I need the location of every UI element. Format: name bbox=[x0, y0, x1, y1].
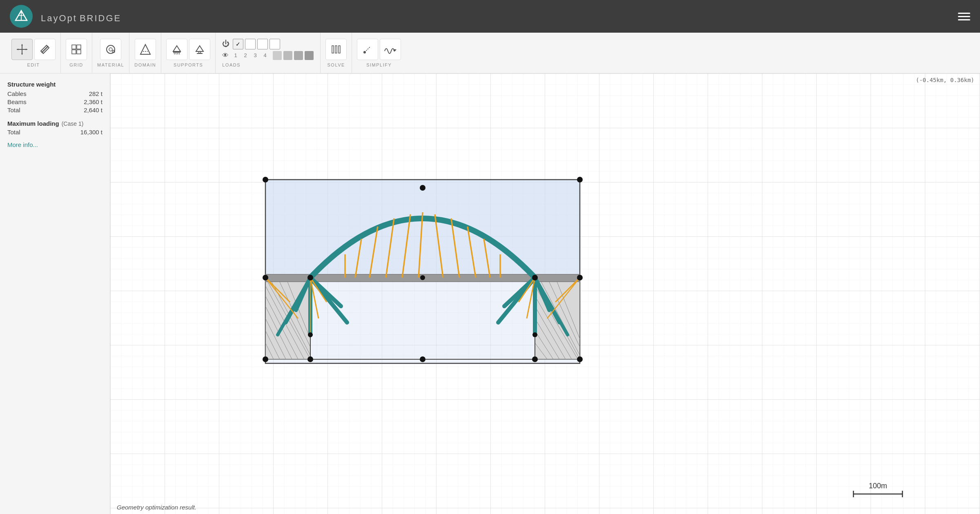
loads-label: LOADS bbox=[222, 62, 314, 67]
simplify-label: SIMPLIFY bbox=[366, 62, 392, 67]
svg-marker-7 bbox=[21, 53, 23, 55]
tool-group-domain: DOMAIN bbox=[129, 33, 161, 73]
svg-point-103 bbox=[420, 356, 425, 362]
grid-tool-btn[interactable] bbox=[66, 39, 87, 60]
svg-point-26 bbox=[199, 51, 201, 53]
loads-power-icon: ⏻ bbox=[222, 40, 229, 48]
beams-row: Beams 2,360 t bbox=[7, 98, 102, 105]
logo-icon bbox=[10, 5, 33, 28]
cables-label: Cables bbox=[7, 90, 27, 97]
edit-label: EDIT bbox=[27, 62, 40, 67]
hamburger-menu[interactable] bbox=[958, 13, 970, 20]
svg-point-107 bbox=[532, 332, 537, 337]
svg-point-97 bbox=[263, 275, 268, 280]
svg-point-99 bbox=[307, 275, 313, 280]
bridge-svg: 100m bbox=[110, 73, 980, 514]
svg-point-14 bbox=[107, 45, 115, 53]
svg-point-109 bbox=[420, 275, 425, 280]
svg-point-33 bbox=[394, 49, 396, 51]
status-bar: Geometry optimization result. bbox=[117, 504, 196, 511]
svg-point-104 bbox=[532, 356, 538, 362]
total-weight-value: 2,640 t bbox=[84, 107, 102, 113]
load-checkbox-3[interactable] bbox=[257, 39, 268, 49]
coords-display: (-0.45km, 0.36km) bbox=[916, 77, 974, 83]
load-swatch-1 bbox=[283, 51, 292, 60]
tool-group-loads: ⏻ ✓ 👁 1 2 3 4 LOADS bbox=[216, 33, 321, 73]
supports-label: SUPPORTS bbox=[174, 62, 203, 67]
svg-marker-8 bbox=[17, 49, 18, 50]
max-loading-title: Maximum loading bbox=[7, 120, 59, 127]
tool-group-simplify: SIMPLIFY bbox=[352, 33, 406, 73]
tool-group-material: MATERIAL bbox=[92, 33, 129, 73]
simplify-node-btn[interactable] bbox=[357, 39, 378, 60]
tool-group-grid: GRID bbox=[61, 33, 92, 73]
svg-marker-9 bbox=[26, 49, 27, 50]
svg-line-32 bbox=[365, 47, 370, 52]
logo-area: LayOptBRIDGE bbox=[10, 5, 121, 28]
header: LayOptBRIDGE bbox=[0, 0, 980, 33]
main-area: Structure weight Cables 282 t Beams 2,36… bbox=[0, 73, 980, 514]
material-tool-btn[interactable] bbox=[100, 39, 121, 60]
tool-group-edit: EDIT bbox=[7, 33, 61, 73]
svg-point-101 bbox=[263, 356, 268, 362]
svg-point-106 bbox=[308, 332, 313, 337]
erase-tool-btn[interactable] bbox=[34, 39, 56, 60]
svg-point-105 bbox=[577, 356, 583, 362]
structure-weight-title: Structure weight bbox=[7, 81, 102, 88]
load-swatch-0 bbox=[273, 51, 282, 60]
svg-marker-17 bbox=[140, 45, 150, 54]
max-loading-total-row: Total 16,300 t bbox=[7, 129, 102, 136]
tool-group-solve: SOLVE bbox=[321, 33, 352, 73]
svg-point-15 bbox=[109, 48, 112, 51]
svg-point-95 bbox=[263, 177, 268, 182]
simplify-wave-btn[interactable] bbox=[380, 39, 401, 60]
more-info-link[interactable]: More info... bbox=[7, 141, 102, 148]
svg-point-98 bbox=[577, 275, 583, 280]
support2-tool-btn[interactable] bbox=[189, 39, 210, 60]
load-checkbox-4[interactable] bbox=[270, 39, 280, 49]
svg-marker-6 bbox=[21, 44, 23, 46]
support1-tool-btn[interactable] bbox=[166, 39, 187, 60]
app-title: LayOptBRIDGE bbox=[38, 8, 121, 25]
svg-marker-19 bbox=[173, 46, 180, 51]
left-panel: Structure weight Cables 282 t Beams 2,36… bbox=[0, 73, 110, 514]
load-checkbox-1[interactable]: ✓ bbox=[233, 39, 243, 49]
svg-rect-10 bbox=[72, 45, 76, 49]
svg-rect-13 bbox=[77, 50, 81, 54]
beams-value: 2,360 t bbox=[84, 98, 102, 105]
svg-line-24 bbox=[179, 53, 180, 54]
svg-point-96 bbox=[577, 177, 583, 182]
load-swatch-3 bbox=[305, 51, 314, 60]
svg-line-21 bbox=[174, 53, 175, 54]
total-weight-row: Total 2,640 t bbox=[7, 107, 102, 113]
edit-tool-btn[interactable] bbox=[11, 39, 33, 60]
toolbar: EDIT GRID M bbox=[0, 33, 980, 73]
svg-rect-30 bbox=[339, 46, 340, 53]
max-loading-case: (Case 1) bbox=[62, 120, 84, 127]
canvas-area[interactable]: (-0.45km, 0.36km) bbox=[110, 73, 980, 514]
beams-label: Beams bbox=[7, 98, 27, 105]
solve-label: SOLVE bbox=[327, 62, 345, 67]
material-label: MATERIAL bbox=[97, 62, 124, 67]
svg-rect-12 bbox=[72, 50, 76, 54]
load-swatch-2 bbox=[294, 51, 303, 60]
loads-eye-icon: 👁 bbox=[222, 52, 229, 59]
svg-rect-28 bbox=[332, 46, 334, 53]
svg-rect-29 bbox=[335, 46, 337, 53]
max-loading-total-label: Total bbox=[7, 129, 20, 136]
svg-point-108 bbox=[420, 185, 425, 191]
svg-marker-25 bbox=[196, 46, 203, 51]
load-num-1: 1 bbox=[232, 52, 239, 58]
cables-row: Cables 282 t bbox=[7, 90, 102, 97]
solve-tool-btn[interactable] bbox=[325, 39, 347, 60]
domain-label: DOMAIN bbox=[134, 62, 156, 67]
cables-value: 282 t bbox=[89, 90, 102, 97]
svg-rect-11 bbox=[77, 45, 81, 49]
load-checkbox-2[interactable] bbox=[245, 39, 256, 49]
svg-point-102 bbox=[307, 356, 313, 362]
svg-line-23 bbox=[177, 53, 178, 54]
grid-label: GRID bbox=[69, 62, 83, 67]
svg-line-22 bbox=[176, 53, 176, 54]
domain-tool-btn[interactable] bbox=[135, 39, 156, 60]
svg-text:100m: 100m bbox=[869, 482, 887, 490]
